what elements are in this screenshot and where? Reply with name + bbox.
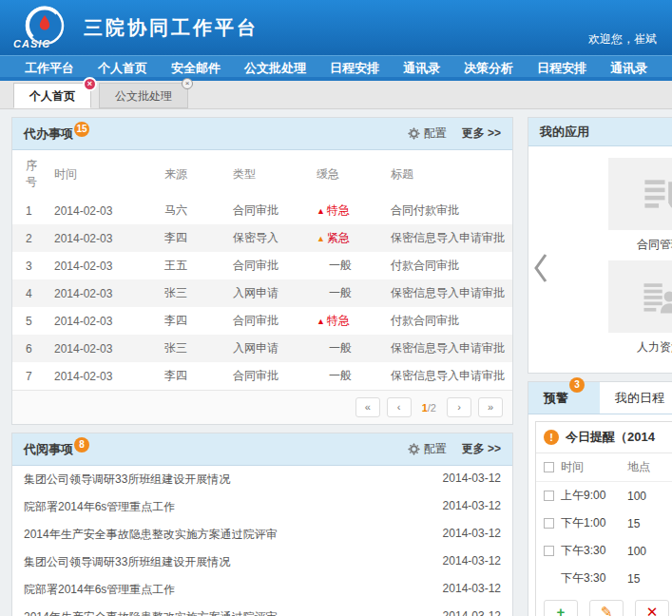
read-list: 集团公司领导调研33所班组建设开展情况2014-03-12 院部署2014年6s… [12, 466, 512, 616]
column-header: 来源 [161, 150, 229, 197]
read-panel-header: 代阅事项 8 配置 更多 >> [12, 433, 512, 466]
table-row[interactable]: 5 2014-02-03 李四 合同审批 ▲特急 付款合同审批 [12, 307, 512, 335]
table-row[interactable]: 4 2014-02-03 张三 入网申请 一般 保密信息导入申请审批 [12, 279, 512, 307]
schedule-actions: + ✎ ✕ [536, 592, 672, 616]
row-checkbox[interactable] [544, 491, 554, 501]
delete-button[interactable]: ✕ [635, 600, 669, 616]
column-header: 时间 [50, 150, 161, 197]
schedule-row[interactable]: 下午3:30 100 [536, 537, 672, 565]
nav-item-contacts-2[interactable]: 通讯录 [610, 56, 647, 77]
tab-strip: 个人首页 × 公文批处理 × [0, 81, 672, 109]
main-nav: 工作平台 个人首页 安全邮件 公文批处理 日程安排 通讯录 决策分析 日程安排 … [0, 55, 672, 81]
list-item[interactable]: 集团公司领导调研33所班组建设开展情况2014-03-12 [12, 549, 512, 576]
first-page-button[interactable]: « [355, 397, 380, 417]
gear-icon [408, 443, 420, 455]
table-row[interactable]: 3 2014-02-03 王五 合同审批 一般 付款合同审批 [12, 252, 512, 279]
nav-item-contacts[interactable]: 通讯录 [403, 56, 440, 77]
nav-item-schedule[interactable]: 日程安排 [330, 56, 379, 77]
tab-personal-home[interactable]: 个人首页 × [13, 83, 91, 108]
nav-item-mail[interactable]: 安全邮件 [171, 56, 221, 77]
config-button[interactable]: 配置 [408, 125, 447, 142]
edit-button[interactable]: ✎ [589, 600, 624, 616]
gear-icon [408, 127, 420, 140]
right-column: 我的应用 4 合同管理 人力资源 [528, 117, 672, 616]
schedule-row[interactable]: 上午9:00 100 [536, 482, 672, 510]
tab-my-schedule[interactable]: 我的日程 [600, 382, 672, 414]
my-apps-title: 我的应用 [540, 124, 589, 141]
nav-item-workbench[interactable]: 工作平台 [25, 56, 74, 77]
config-label: 配置 [424, 125, 447, 142]
column-header: 缓急 [313, 150, 387, 197]
table-row[interactable]: 7 2014-02-03 李四 合同审批 一般 保密信息导入申请审批 [12, 362, 512, 390]
apps-carousel: 4 合同管理 人力资源 [528, 146, 672, 373]
reminder-header: ! 今日提醒（2014 [536, 422, 672, 453]
app-label: 合同管理 [606, 237, 672, 253]
config-button[interactable]: 配置 [408, 441, 447, 457]
tab-label: 个人首页 [29, 89, 75, 103]
todo-panel-title: 代办事项 [24, 125, 73, 143]
last-page-button[interactable]: » [478, 397, 503, 417]
todo-pagination: « ‹ 1/2 › » [12, 390, 512, 424]
config-label: 配置 [424, 441, 447, 457]
app-tile-contract[interactable]: 4 合同管理 [606, 158, 672, 253]
casic-logo: CASIC [13, 4, 76, 51]
page-title: 三院协同工作平台 [84, 15, 259, 41]
alert-body: ! 今日提醒（2014 时间 地点 上午9:00 100 [528, 414, 672, 616]
add-button[interactable]: + [544, 600, 578, 616]
urgency-triangle-icon: ▲ [317, 317, 325, 326]
schedule-column-headers: 时间 地点 [536, 453, 672, 482]
reminder-box: ! 今日提醒（2014 时间 地点 上午9:00 100 [535, 421, 672, 616]
close-icon[interactable]: × [83, 77, 97, 91]
schedule-row[interactable]: 下午1:00 15 [536, 510, 672, 537]
alert-panel: 预警3 我的日程 ! 今日提醒（2014 时间 地点 上 [528, 381, 672, 616]
list-item[interactable]: 2014年生产安全事故隐患整改实施方案通过院评审2014-03-12 [12, 521, 512, 549]
select-all-checkbox[interactable] [544, 462, 554, 472]
more-link[interactable]: 更多 >> [462, 125, 501, 142]
urgency-triangle-icon: ▲ [317, 234, 325, 243]
nav-item-analysis[interactable]: 决策分析 [464, 56, 513, 77]
list-item[interactable]: 院部署2014年6s管理重点工作2014-03-12 [12, 576, 512, 604]
app-label: 人力资源 [606, 339, 672, 356]
list-item[interactable]: 2014年生产安全事故隐患整改实施方案通过院评审2014-03-12 [12, 604, 512, 616]
app-tile-hr[interactable]: 人力资源 [606, 260, 672, 356]
todo-panel-header: 代办事项 15 配置 更多 >> [12, 118, 512, 150]
next-page-button[interactable]: › [447, 397, 471, 417]
todo-panel: 代办事项 15 配置 更多 >> 序号 时间 来源 类型 缓急 标题 [11, 117, 513, 425]
read-panel-title: 代阅事项 [24, 441, 73, 458]
nav-item-documents[interactable]: 公文批处理 [244, 56, 306, 77]
table-row[interactable]: 2 2014-02-03 李四 保密导入 ▲紧急 保密信息导入申请审批 [12, 224, 512, 252]
chevron-left-icon[interactable] [533, 253, 548, 287]
column-header: 类型 [229, 150, 313, 197]
nav-item-home[interactable]: 个人首页 [98, 56, 147, 77]
nav-item-schedule-2[interactable]: 日程安排 [537, 56, 586, 77]
table-row[interactable]: 6 2014-02-03 张三 入网申请 一般 保密信息导入申请审批 [12, 335, 512, 362]
row-checkbox[interactable] [544, 518, 554, 529]
left-column: 代办事项 15 配置 更多 >> 序号 时间 来源 类型 缓急 标题 [11, 117, 513, 616]
list-item[interactable]: 集团公司领导调研33所班组建设开展情况2014-03-12 [12, 466, 512, 493]
hr-icon [608, 260, 672, 333]
list-item[interactable]: 院部署2014年6s管理重点工作2014-03-12 [12, 493, 512, 521]
app-header: CASIC 三院协同工作平台 欢迎您，崔斌 [0, 0, 672, 55]
warning-icon: ! [544, 430, 559, 445]
column-header: 标题 [387, 150, 512, 197]
tab-alerts[interactable]: 预警3 [528, 382, 600, 414]
todo-count-badge: 15 [74, 122, 89, 137]
schedule-row[interactable]: 下午3:30 15 [536, 565, 672, 592]
todo-table: 序号 时间 来源 类型 缓急 标题 1 2014-02-03 马六 合同审批 ▲… [12, 150, 512, 390]
column-header: 地点 [627, 459, 672, 475]
row-checkbox[interactable] [544, 546, 554, 556]
read-count-badge: 8 [74, 437, 89, 452]
column-header: 时间 [561, 459, 627, 475]
table-row[interactable]: 1 2014-02-03 马六 合同审批 ▲特急 合同付款审批 [12, 197, 512, 224]
alert-count-badge: 3 [569, 377, 585, 393]
urgency-triangle-icon: ▲ [317, 206, 325, 216]
prev-page-button[interactable]: ‹ [387, 397, 412, 417]
more-link[interactable]: 更多 >> [462, 441, 501, 457]
my-apps-panel: 我的应用 4 合同管理 人力资源 [528, 117, 672, 374]
casic-logo-text: CASIC [13, 38, 50, 49]
close-icon[interactable]: × [182, 78, 193, 89]
main-content: 代办事项 15 配置 更多 >> 序号 时间 来源 类型 缓急 标题 [0, 109, 672, 616]
tab-document-batch[interactable]: 公文批处理 × [99, 83, 188, 108]
my-apps-header: 我的应用 [528, 118, 672, 146]
contract-icon [608, 158, 672, 230]
